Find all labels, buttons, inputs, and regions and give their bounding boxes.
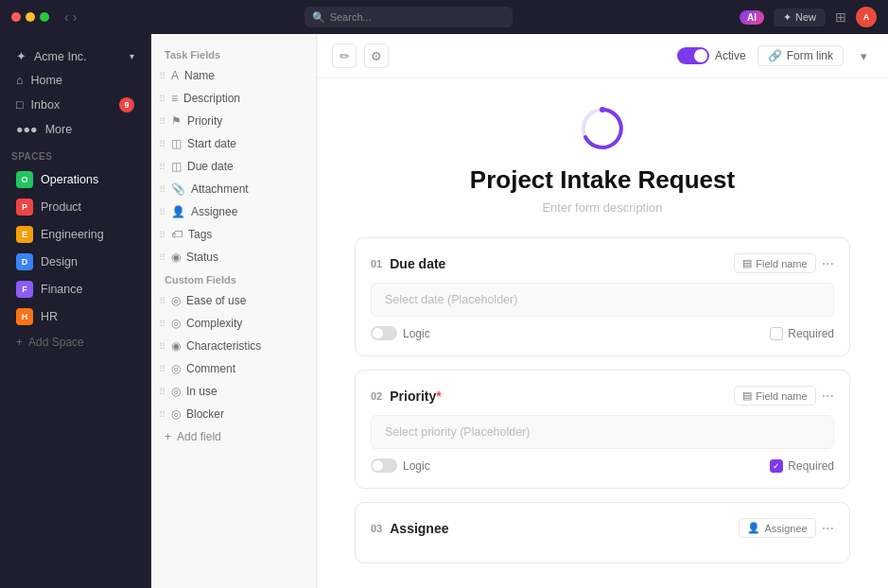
back-arrow-icon[interactable]: ‹: [64, 9, 69, 25]
priority-actions: ▤ Field name ···: [734, 386, 834, 406]
sidebar-item-product[interactable]: P Product: [5, 194, 146, 220]
list-icon: ≡: [171, 92, 178, 105]
sidebar-item-finance[interactable]: F Finance: [5, 276, 146, 303]
field-comment[interactable]: ⠿ ◎ Comment: [151, 357, 316, 380]
field-name-badge-02[interactable]: ▤ Field name: [734, 386, 815, 406]
field-blocker[interactable]: ⠿ ◎ Blocker: [151, 403, 316, 425]
minimize-window-button[interactable]: [26, 12, 35, 22]
user-icon: 👤: [747, 522, 760, 534]
inbox-badge: 9: [119, 97, 134, 112]
form-field-assignee: 03 Assignee 👤 Assignee ···: [355, 502, 850, 563]
field-start-date[interactable]: ⠿ ◫ Start date: [151, 132, 316, 155]
sidebar-item-inbox[interactable]: □ Inbox 9: [5, 93, 146, 117]
form-title: Project Intake Request: [355, 165, 850, 195]
nav-arrows: ‹ ›: [64, 9, 77, 25]
field-assignee[interactable]: ⠿ 👤 Assignee: [151, 200, 316, 223]
drag-handle-icon: ⠿: [159, 184, 165, 195]
logic-toggle-group-01: Logic: [371, 326, 430, 340]
close-window-button[interactable]: [11, 12, 21, 22]
topbar-right: AI ✦ New ⊞ A: [740, 7, 877, 27]
plus-icon: +: [165, 430, 171, 443]
sidebar-item-home[interactable]: ⌂ Home: [5, 69, 146, 92]
sidebar-item-operations[interactable]: O Operations: [5, 166, 146, 193]
new-button[interactable]: ✦ New: [774, 9, 826, 26]
field-number-01: 01: [371, 258, 382, 269]
field-characteristics[interactable]: ⠿ ◉ Characteristics: [151, 335, 316, 357]
required-checkbox-01[interactable]: [770, 327, 783, 340]
required-checkbox-02[interactable]: [770, 459, 783, 473]
search-bar[interactable]: 🔍 Search...: [305, 7, 513, 27]
add-space-button[interactable]: + Add Space: [5, 331, 146, 354]
required-label-01: Required: [788, 327, 834, 340]
more-options-button-01[interactable]: ···: [822, 255, 834, 272]
spaces-section-label: Spaces: [0, 142, 150, 165]
maximize-window-button[interactable]: [40, 12, 49, 22]
custom-icon: ◎: [171, 407, 181, 421]
forward-arrow-icon[interactable]: ›: [73, 9, 78, 25]
sidebar-item-design[interactable]: D Design: [5, 249, 146, 275]
text-icon: A: [171, 69, 179, 82]
ai-badge[interactable]: AI: [740, 10, 764, 25]
field-description[interactable]: ⠿ ≡ Description: [151, 87, 316, 110]
chevron-down-icon[interactable]: ▾: [855, 47, 873, 65]
drag-handle-icon: ⠿: [159, 230, 165, 240]
add-field-button[interactable]: + Add field: [151, 425, 316, 448]
search-icon: 🔍: [312, 11, 325, 24]
topbar-left: ‹ ›: [11, 9, 77, 25]
field-attachment[interactable]: ⠿ 📎 Attachment: [151, 178, 316, 200]
assignee-title: Assignee: [390, 521, 448, 536]
field-in-use[interactable]: ⠿ ◎ In use: [151, 380, 316, 403]
logic-label-01: Logic: [403, 327, 430, 340]
more-options-button-03[interactable]: ···: [822, 520, 834, 537]
more-options-button-02[interactable]: ···: [822, 388, 834, 405]
settings-button[interactable]: ⚙: [364, 43, 389, 68]
main-content: ✏ ⚙ Active 🔗 Form link ▾: [317, 34, 888, 588]
sidebar: ✦ Acme Inc. ▾ ⌂ Home □ Inbox 9 ●●● More …: [0, 34, 151, 588]
logic-toggle-02[interactable]: [371, 458, 397, 473]
sidebar-item-more[interactable]: ●●● More: [5, 118, 146, 141]
avatar[interactable]: A: [856, 7, 877, 27]
space-dot-engineering: E: [16, 226, 33, 243]
field-due-date[interactable]: ⠿ ◫ Due date: [151, 155, 316, 178]
form-description[interactable]: Enter form description: [355, 200, 850, 215]
due-date-actions: ▤ Field name ···: [734, 253, 834, 273]
drag-handle-icon: ⠿: [159, 162, 165, 172]
field-ease-of-use[interactable]: ⠿ ◎ Ease of use: [151, 289, 316, 312]
grid-icon[interactable]: ⊞: [835, 9, 846, 25]
field-status[interactable]: ⠿ ◉ Status: [151, 246, 316, 268]
due-date-title-group: 01 Due date: [371, 256, 445, 271]
task-fields-label: Task Fields: [151, 43, 316, 64]
due-date-title: Due date: [390, 256, 445, 271]
field-name-badge-01[interactable]: ▤ Field name: [734, 253, 815, 273]
drag-handle-icon: ⠿: [159, 71, 165, 81]
custom-icon: ◎: [171, 317, 181, 330]
due-date-placeholder[interactable]: Select date (Placeholder): [371, 283, 834, 317]
logic-toggle-01[interactable]: [371, 326, 397, 340]
active-toggle[interactable]: [677, 47, 709, 64]
logic-toggle-group-02: Logic: [371, 458, 430, 473]
company-selector[interactable]: ✦ Acme Inc. ▾: [5, 44, 146, 68]
required-group-01: Required: [770, 327, 834, 340]
spinner-icon: [581, 107, 624, 150]
drag-handle-icon: ⠿: [159, 94, 165, 104]
window-controls: [11, 12, 49, 22]
sidebar-item-engineering[interactable]: E Engineering: [5, 221, 146, 248]
custom-fields-label: Custom Fields: [151, 268, 316, 289]
topbar: ‹ › 🔍 Search... AI ✦ New ⊞ A: [0, 0, 888, 34]
edit-button[interactable]: ✏: [332, 43, 357, 68]
logic-toggle-knob: [373, 460, 383, 471]
field-name[interactable]: ⠿ A Name: [151, 64, 316, 87]
field-icon: ▤: [742, 257, 752, 269]
priority-placeholder[interactable]: Select priority (Placeholder): [371, 415, 834, 449]
form-field-priority: 02 Priority* ▤ Field name ··· Select pri…: [355, 370, 850, 489]
link-icon: 🔗: [768, 49, 782, 62]
field-complexity[interactable]: ⠿ ◎ Complexity: [151, 312, 316, 335]
home-icon: ⌂: [16, 74, 24, 87]
sidebar-item-hr[interactable]: H HR: [5, 303, 146, 330]
field-tags[interactable]: ⠿ 🏷 Tags: [151, 223, 316, 246]
toggle-knob: [694, 49, 707, 62]
form-link-button[interactable]: 🔗 Form link: [757, 45, 844, 66]
drag-handle-icon: ⠿: [159, 387, 165, 397]
assignee-badge[interactable]: 👤 Assignee: [739, 518, 815, 538]
field-priority[interactable]: ⠿ ⚑ Priority: [151, 110, 316, 132]
